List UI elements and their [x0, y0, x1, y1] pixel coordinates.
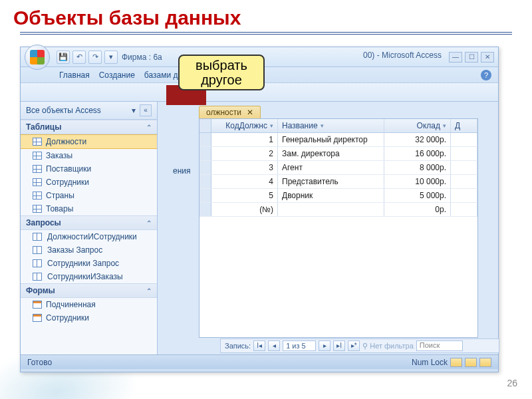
cell-id[interactable]: 2 [211, 147, 278, 160]
cell-extra[interactable] [451, 161, 477, 174]
page-number: 26 [507, 378, 517, 388]
query-icon [33, 259, 43, 267]
row-selector[interactable] [200, 161, 211, 174]
cell-name[interactable]: Генеральный директор [278, 133, 384, 146]
col-header-id[interactable]: КодДолжнс▾ [211, 119, 278, 132]
undo-icon[interactable]: ↶ [72, 51, 86, 64]
cell-salary[interactable]: 0р. [384, 203, 451, 216]
cell-extra[interactable] [451, 133, 477, 146]
redo-icon[interactable]: ↷ [88, 51, 102, 64]
category-tables[interactable]: Таблицы⌃ [21, 120, 157, 134]
nav-item-form-2[interactable]: Сотрудники [21, 311, 157, 325]
cell-extra[interactable] [451, 203, 477, 216]
minimize-button[interactable]: — [449, 52, 462, 63]
close-tab-icon[interactable]: ✕ [247, 108, 253, 117]
cell-salary[interactable]: 8 000р. [384, 161, 451, 174]
first-record-button[interactable]: I◂ [253, 340, 265, 351]
row-selector-header[interactable] [200, 119, 211, 132]
new-record-button[interactable]: ▸* [348, 340, 360, 351]
office-button[interactable] [25, 45, 50, 70]
save-icon[interactable]: 💾 [57, 51, 70, 64]
table-row[interactable]: 5Дворник5 000р. [200, 189, 477, 203]
table-row[interactable]: 2Зам. директора16 000р. [200, 147, 477, 161]
table-row[interactable]: (№)0р. [200, 203, 477, 217]
row-selector[interactable] [200, 175, 211, 188]
view-design-icon[interactable] [465, 358, 477, 367]
nav-item-products[interactable]: Товары [21, 202, 157, 215]
collapse-icon: ⌃ [146, 124, 152, 131]
qat-menu-icon[interactable]: ▾ [104, 51, 118, 64]
record-position[interactable]: 1 из 5 [283, 340, 316, 351]
nav-item-positions[interactable]: Должности [21, 134, 157, 149]
table-icon [33, 192, 42, 200]
col-header-name[interactable]: Название▾ [278, 119, 384, 132]
form-icon [33, 314, 42, 322]
slide-title: Объекты базы данных [0, 0, 532, 32]
record-search[interactable]: Поиск [416, 340, 463, 351]
nav-item-query-2[interactable]: Заказы Запрос [21, 243, 157, 257]
nav-pane-title: Все объекты Access [26, 106, 101, 115]
prev-record-button[interactable]: ◂ [268, 340, 280, 351]
cell-salary[interactable]: 16 000р. [384, 147, 451, 160]
cell-id[interactable]: 5 [211, 189, 278, 202]
row-selector[interactable] [200, 133, 211, 146]
filter-status: ⚲ Нет фильтра [362, 342, 414, 350]
cell-extra[interactable] [451, 189, 477, 202]
view-datasheet-icon[interactable] [450, 358, 462, 367]
record-label: Запись: [225, 342, 251, 350]
help-icon[interactable]: ? [481, 70, 491, 80]
cell-name[interactable]: Агент [278, 161, 384, 174]
cell-extra[interactable] [451, 175, 477, 188]
collapse-pane-icon[interactable]: « [140, 104, 152, 116]
row-selector[interactable] [200, 147, 211, 160]
cell-id[interactable]: 4 [211, 175, 278, 188]
nav-item-query-1[interactable]: ДолжностиИСотрудники [21, 230, 157, 243]
row-selector[interactable] [200, 203, 211, 216]
nav-item-orders[interactable]: Заказы [21, 149, 157, 162]
nav-pane-header[interactable]: Все объекты Access ▾ « [21, 102, 157, 120]
chevron-down-icon: ▾ [443, 122, 446, 129]
cell-name[interactable]: Дворник [278, 189, 384, 202]
cell-name[interactable] [278, 203, 384, 216]
cell-id[interactable]: 3 [211, 161, 278, 174]
table-row[interactable]: 3Агент8 000р. [200, 161, 477, 175]
tab-home[interactable]: Главная [59, 70, 90, 80]
close-button[interactable]: ✕ [481, 52, 494, 63]
cell-salary[interactable]: 5 000р. [384, 189, 451, 202]
next-record-button[interactable]: ▸ [319, 340, 331, 351]
cell-id[interactable]: 1 [211, 133, 278, 146]
table-icon [33, 138, 42, 146]
nav-item-suppliers[interactable]: Поставщики [21, 162, 157, 176]
cell-extra[interactable] [451, 147, 477, 160]
status-ready: Готово [27, 358, 52, 367]
cell-salary[interactable]: 10 000р. [384, 175, 451, 188]
nav-item-query-3[interactable]: Сотрудники Запрос [21, 257, 157, 270]
chevron-down-icon: ▾ [132, 106, 136, 115]
col-header-extra[interactable]: Д [451, 119, 477, 132]
col-header-salary[interactable]: Оклад▾ [384, 119, 451, 132]
collapse-icon: ⌃ [146, 219, 152, 227]
table-icon [33, 205, 42, 213]
record-navigator: Запись: I◂ ◂ 1 из 5 ▸ ▸I ▸* ⚲ Нет фильтр… [220, 338, 499, 353]
chevron-down-icon: ▾ [270, 122, 273, 129]
table-row[interactable]: 4Представитель10 000р. [200, 175, 477, 189]
nav-item-query-4[interactable]: СотрудникиИЗаказы [21, 270, 157, 283]
category-forms[interactable]: Формы⌃ [21, 283, 157, 298]
cell-id[interactable]: (№) [211, 203, 278, 216]
last-record-button[interactable]: ▸I [333, 340, 345, 351]
nav-item-countries[interactable]: Страны [21, 189, 157, 202]
view-other-icon[interactable] [479, 358, 491, 367]
category-queries[interactable]: Запросы⌃ [21, 215, 157, 230]
query-icon [33, 246, 43, 254]
nav-item-form-1[interactable]: Подчиненная [21, 298, 157, 311]
maximize-button[interactable]: ☐ [465, 52, 478, 63]
cell-name[interactable]: Зам. директора [278, 147, 384, 160]
table-icon [33, 165, 42, 173]
cell-name[interactable]: Представитель [278, 175, 384, 188]
cell-salary[interactable]: 32 000р. [384, 133, 451, 146]
tab-create[interactable]: Создание [99, 70, 135, 80]
row-selector[interactable] [200, 189, 211, 202]
nav-item-employees[interactable]: Сотрудники [21, 176, 157, 189]
table-row[interactable]: 1Генеральный директор32 000р. [200, 133, 477, 147]
datasheet-tab[interactable]: олжности ✕ [199, 106, 261, 118]
